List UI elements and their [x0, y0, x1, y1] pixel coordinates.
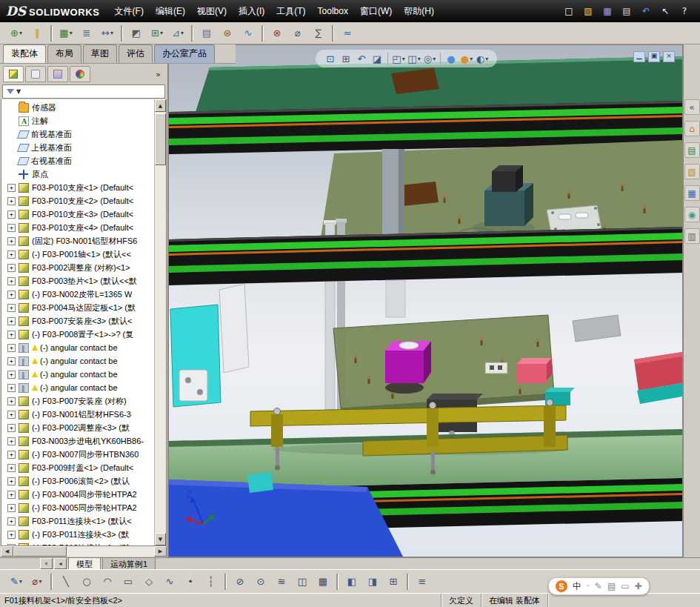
expand-toggle[interactable]: + [7, 397, 16, 405]
tree-item[interactable]: + F03-P010支座<2> (Default< [1, 194, 154, 208]
tree-item[interactable]: + F03-P010支座<4> (Default< [1, 221, 154, 234]
tree-item[interactable]: + (-) F03-P008置子<1>->? (复 [1, 328, 154, 341]
separator[interactable]: ▾ [440, 53, 441, 64]
view-orientation[interactable]: ◰ ▾ [391, 51, 406, 66]
interference-detection[interactable]: ⊗ ▾ [267, 24, 287, 43]
convert-entities[interactable]: ⊙ ▾ [250, 572, 271, 591]
tree-item[interactable]: + F03-P009封盖<1> (Default< [1, 461, 154, 474]
rectangle[interactable]: ▭ ▾ [118, 572, 139, 591]
tree-item[interactable]: + (-) F03-N002皮带L=1365 W [1, 288, 154, 301]
section-view[interactable]: ◪ ▾ [370, 51, 384, 66]
menu-window[interactable]: 窗口(W) [354, 5, 398, 18]
mirror-entities[interactable]: ◫ ▾ [292, 572, 313, 591]
display-style[interactable]: ◫ ▾ [407, 51, 421, 66]
tree-item[interactable]: + (-) F03-P001轴<1> (默认<< [1, 248, 154, 261]
tree-item[interactable]: + (-) F03-N005同步带轮HTPA2 [1, 501, 154, 514]
window-minimize[interactable]: ▁ [633, 51, 645, 62]
tree-item[interactable]: + (-) F03-P012连接块<1> (默 [1, 541, 154, 545]
support-post-segment[interactable] [386, 280, 405, 317]
separator[interactable]: ▾ [50, 574, 53, 590]
scroll-down-arrow[interactable]: ▼ [155, 533, 166, 545]
expand-toggle[interactable]: + [7, 237, 16, 245]
expand-toggle[interactable]: + [7, 264, 16, 272]
tree-item[interactable]: + F03-P007安装座<3> (默认< [1, 314, 154, 328]
expand-toggle[interactable]: + [7, 331, 16, 339]
centerline[interactable]: ┆ ▾ [201, 572, 221, 591]
menu-help[interactable]: 帮助(H) [398, 5, 440, 18]
separator[interactable]: ▾ [224, 574, 227, 590]
print-document[interactable]: ▤ [619, 3, 635, 19]
filter-caret-icon[interactable]: ▼ [16, 88, 21, 95]
menu-insert[interactable]: 插入(I) [233, 5, 270, 18]
featuremanager-tree-tab[interactable] [3, 66, 24, 82]
tree-item[interactable]: + (-) F03-P006滚筒<2> (默认 [1, 474, 154, 488]
window-close[interactable]: × [663, 51, 675, 62]
propertymanager-tab[interactable] [25, 66, 46, 82]
support-column-upper[interactable] [382, 149, 404, 239]
help[interactable]: ? [676, 3, 693, 19]
window-restore[interactable]: ▣ [648, 51, 660, 62]
ime-mode-dot-icon[interactable]: · [587, 581, 590, 591]
tree-item[interactable]: + F03-P003垫片<1> (默认<<默 [1, 274, 154, 288]
edit-appearance[interactable]: ● ▾ [444, 51, 459, 66]
scrollbar-thumb[interactable] [155, 113, 166, 165]
expand-toggle[interactable]: + [7, 344, 16, 352]
shaded-view[interactable]: ◨ ▾ [362, 572, 383, 591]
component-pattern[interactable]: ▦ ▾ [56, 24, 76, 43]
view-settings[interactable]: ◐ ▾ [475, 51, 490, 66]
expand-toggle[interactable]: + [7, 184, 16, 192]
tree-item[interactable]: + (-) angular contact be [1, 354, 154, 368]
menu-toolbox[interactable]: Toolbox [312, 6, 354, 16]
expand-toggle[interactable]: + [7, 277, 16, 285]
scroll-left-arrow[interactable]: ◀ [1, 546, 13, 557]
tree-vertical-scrollbar[interactable]: ▲ ▼ [154, 99, 166, 545]
expand-toggle[interactable]: + [7, 437, 16, 445]
scroll-right-arrow[interactable]: ▶ [154, 546, 167, 557]
open-document[interactable]: ▨ [580, 3, 596, 19]
expand-toggle[interactable]: + [7, 451, 16, 459]
tree-item[interactable]: + F03-P010支座<1> (Default< [1, 181, 154, 194]
move-component[interactable]: ↔ ▾ [97, 24, 118, 43]
tree-item[interactable]: + (-) F03-N007同步带HTBN360 [1, 448, 154, 461]
tree-horizontal-scrollbar[interactable]: ◀ ▶ [1, 546, 167, 557]
expand-toggle[interactable]: + [7, 517, 16, 525]
separator[interactable]: ▾ [407, 574, 409, 590]
home[interactable]: ⌂ [684, 121, 700, 136]
hide-show-items[interactable]: ◎ ▾ [422, 51, 437, 66]
simulation[interactable]: ≈ ▾ [337, 24, 358, 43]
expand-toggle[interactable]: + [7, 411, 16, 419]
expand-toggle[interactable]: + [7, 317, 16, 325]
white-bracket[interactable] [179, 370, 207, 401]
menu-view[interactable]: 视图(V) [191, 5, 233, 18]
expand-toggle[interactable]: + [7, 464, 16, 472]
panel-overflow-button[interactable]: » [156, 70, 164, 79]
separator[interactable]: ▾ [121, 25, 123, 42]
save-document[interactable]: ▦ [599, 3, 616, 19]
ime-language-toggle[interactable]: 中 [573, 580, 581, 593]
ime-pen-icon[interactable]: ✎ [595, 581, 602, 591]
separator[interactable]: ▾ [336, 574, 339, 590]
zoom-fit[interactable]: ⊡ ▾ [323, 51, 338, 66]
menu-file[interactable]: 文件(F) [109, 5, 150, 18]
measure[interactable]: ⌀ ▾ [287, 24, 308, 43]
line[interactable]: ╲ ▾ [56, 572, 76, 591]
point[interactable]: • ▾ [180, 572, 201, 591]
view-palette[interactable]: ▦ [684, 185, 700, 201]
expand-toggle[interactable]: + [7, 424, 16, 432]
tree-item[interactable]: + (-) angular contact be [1, 341, 154, 354]
appearances-scenes[interactable]: ◉ [684, 207, 700, 222]
insert-component[interactable]: ⊕ ▾ [6, 24, 27, 43]
expand-toggle[interactable]: + [7, 224, 16, 232]
sketch[interactable]: ✎ ▾ [6, 572, 27, 591]
previous-view[interactable]: ↶ ▾ [354, 51, 369, 66]
undo[interactable]: ↶ [638, 3, 654, 19]
reference-geometry[interactable]: ⊿ ▾ [167, 24, 188, 43]
linear-sketch-pattern[interactable]: ▦ ▾ [313, 572, 333, 591]
mass-properties[interactable]: ∑ ▾ [308, 24, 329, 43]
zoom-area[interactable]: ⊞ ▾ [339, 51, 353, 66]
show-hidden-components[interactable]: ◩ ▾ [126, 24, 147, 43]
tree-item[interactable]: + 注解 [1, 114, 154, 127]
tab-layout[interactable]: 布局 [47, 44, 81, 63]
tree-item[interactable]: + (-) F03-P011连接块<3> (默 [1, 528, 154, 541]
smart-dimension[interactable]: ⌀ ▾ [27, 572, 47, 591]
